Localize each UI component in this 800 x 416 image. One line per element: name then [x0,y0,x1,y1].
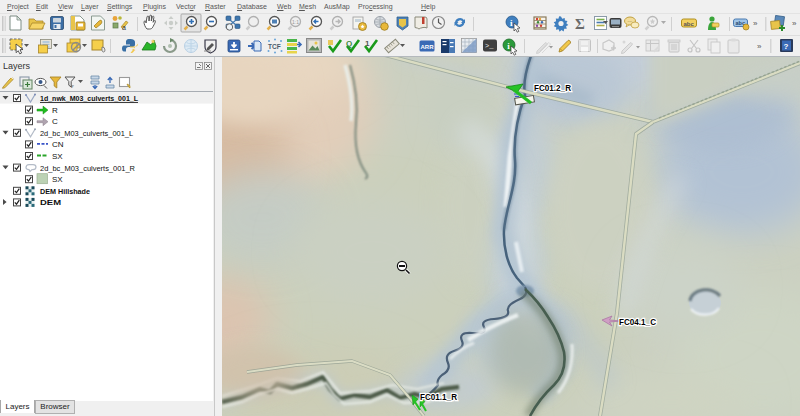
svg-text:~~: ~~ [628,19,633,24]
svg-text:1d_nwk_M03_culverts_001_L: 1d_nwk_M03_culverts_001_L [40,94,138,103]
svg-text:>: > [132,47,136,53]
svg-text:1:1: 1:1 [292,19,299,25]
svg-text:SX: SX [52,175,63,184]
svg-text:ε: ε [71,82,74,90]
svg-text:Q: Q [346,39,352,48]
svg-text:2d_bc_M03_culverts_001_R: 2d_bc_M03_culverts_001_R [40,164,135,173]
svg-text:?: ? [784,42,789,51]
svg-text:FC04.1_C: FC04.1_C [619,317,656,327]
svg-text:DEM: DEM [40,198,61,207]
svg-text:R: R [52,106,58,115]
svg-text:ARR: ARR [421,44,435,50]
svg-text:CN: CN [52,140,64,149]
svg-text:FC01.2_R: FC01.2_R [534,83,571,93]
svg-text:1: 1 [365,39,370,48]
svg-text:»: » [757,42,762,51]
svg-text:abc: abc [684,21,695,27]
svg-text:SX: SX [52,152,63,161]
svg-text:a: a [122,24,126,31]
svg-text:FC01.1_R: FC01.1_R [420,392,457,402]
svg-text:»: » [753,19,758,28]
svg-text:2d_bc_M03_culverts_001_L: 2d_bc_M03_culverts_001_L [40,129,134,138]
svg-text:»: » [792,19,797,28]
svg-text:Σ: Σ [575,16,585,32]
svg-text:TCF: TCF [268,43,281,50]
svg-text:C: C [52,117,58,126]
svg-text:DEM Hillshade: DEM Hillshade [40,187,90,196]
svg-text:>_: >_ [485,42,494,50]
